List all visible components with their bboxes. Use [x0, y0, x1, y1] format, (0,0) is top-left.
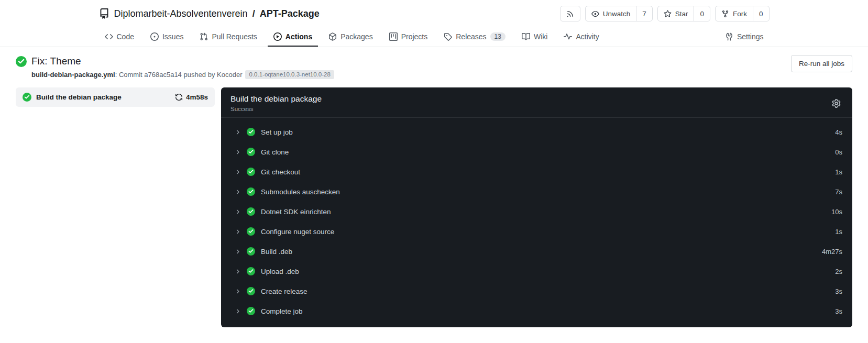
repo-action-buttons: Unwatch 7 Star 0 Fork 0 — [560, 6, 770, 21]
tab-activity-label: Activity — [576, 32, 599, 41]
tab-actions[interactable]: Actions — [268, 27, 318, 47]
chevron-right-icon[interactable] — [234, 149, 241, 156]
step-row[interactable]: Set up job 4s — [221, 122, 852, 142]
repo-tab-bar: Code Issues Pull Requests Actions Packag… — [0, 27, 868, 47]
run-header: Fix: Theme build-debian-package.yml: Com… — [16, 47, 852, 84]
job-name: Build the debian package — [36, 93, 122, 101]
chevron-right-icon[interactable] — [234, 129, 241, 136]
tab-issues[interactable]: Issues — [145, 27, 189, 47]
step-duration: 4m27s — [822, 248, 842, 256]
git-pull-request-icon — [200, 32, 208, 41]
tab-issues-label: Issues — [162, 32, 183, 41]
ref-badge[interactable]: 0.0.1-oqtane10.0.3-net10.0-28 — [245, 70, 334, 80]
forks-count[interactable]: 0 — [753, 6, 769, 21]
rss-icon — [566, 10, 574, 18]
releases-count-badge: 13 — [490, 32, 506, 41]
run-title: Fix: Theme — [31, 55, 334, 68]
rerun-job-icon[interactable] — [175, 93, 183, 101]
step-duration: 7s — [835, 188, 842, 196]
tab-wiki[interactable]: Wiki — [516, 27, 553, 47]
console-gear-icon[interactable] — [830, 97, 843, 110]
tab-code[interactable]: Code — [99, 27, 140, 47]
watchers-count[interactable]: 7 — [636, 6, 652, 21]
code-icon — [105, 32, 113, 41]
tab-releases[interactable]: Releases 13 — [438, 27, 511, 47]
repo-owner-link[interactable]: Diplomarbeit-Absolventenverein — [114, 8, 248, 19]
step-success-check-icon — [247, 307, 255, 315]
fork-label: Fork — [733, 10, 747, 18]
run-subtitle: build-debian-package.yml: Commit a768ac5… — [31, 70, 334, 80]
tab-projects[interactable]: Projects — [383, 27, 434, 47]
job-success-check-icon — [23, 93, 31, 102]
repo-name-link[interactable]: APT-Package — [260, 8, 320, 19]
step-row[interactable]: Submodules auschecken 7s — [221, 182, 852, 202]
step-row[interactable]: Dotnet SDK einrichten 10s — [221, 202, 852, 222]
step-row[interactable]: Configure nuget source 1s — [221, 222, 852, 241]
repo-header: Diplomarbeit-Absolventenverein / APT-Pac… — [0, 0, 868, 27]
tab-packages[interactable]: Packages — [323, 27, 378, 47]
pulse-icon — [564, 32, 572, 41]
step-duration: 10s — [831, 208, 842, 216]
tab-settings-label: Settings — [737, 32, 764, 41]
step-list: Set up job 4s Git clone 0s Git checkou — [221, 118, 852, 327]
chevron-right-icon[interactable] — [234, 268, 241, 275]
step-duration: 1s — [835, 168, 842, 176]
project-icon — [389, 32, 398, 41]
chevron-right-icon[interactable] — [234, 288, 241, 295]
tools-icon — [725, 32, 733, 41]
rss-button[interactable] — [560, 6, 580, 21]
tab-releases-label: Releases — [456, 32, 486, 41]
fork-button-group: Fork 0 — [715, 6, 770, 21]
tab-pull-requests[interactable]: Pull Requests — [194, 27, 262, 47]
job-list-item[interactable]: Build the debian package 4m58s — [16, 87, 215, 107]
issue-opened-icon — [150, 32, 159, 41]
step-duration: 0s — [835, 148, 842, 156]
play-circle-icon — [273, 32, 282, 41]
step-duration: 2s — [835, 268, 842, 275]
run-success-check-icon — [16, 56, 27, 67]
step-row[interactable]: Complete job 3s — [221, 301, 852, 321]
star-label: Star — [675, 10, 688, 18]
workflow-file-link[interactable]: build-debian-package.yml — [31, 71, 115, 79]
step-duration: 1s — [835, 228, 842, 236]
step-row[interactable]: Build .deb 4m27s — [221, 241, 852, 261]
step-success-check-icon — [247, 287, 255, 295]
rerun-all-jobs-button[interactable]: Re-run all jobs — [791, 55, 852, 72]
step-name: Git clone — [261, 148, 289, 156]
tab-packages-label: Packages — [340, 32, 372, 41]
step-duration: 3s — [835, 287, 842, 295]
star-button-group: Star 0 — [657, 6, 710, 21]
step-name: Configure nuget source — [261, 228, 334, 236]
tab-projects-label: Projects — [401, 32, 428, 41]
console-job-title: Build the debian package — [230, 94, 322, 104]
step-name: Build .deb — [261, 248, 292, 256]
step-row[interactable]: Git checkout 1s — [221, 162, 852, 182]
chevron-right-icon[interactable] — [234, 208, 241, 215]
chevron-right-icon[interactable] — [234, 248, 241, 255]
workflow-run-section: Fix: Theme build-debian-package.yml: Com… — [0, 47, 868, 327]
tab-settings[interactable]: Settings — [719, 27, 770, 47]
job-console-panel: Build the debian package Success Set up … — [221, 87, 852, 327]
step-name: Submodules auschecken — [261, 188, 340, 196]
step-row[interactable]: Create release 3s — [221, 281, 852, 301]
tab-activity[interactable]: Activity — [558, 27, 605, 47]
chevron-right-icon[interactable] — [234, 189, 241, 195]
step-row[interactable]: Upload .deb 2s — [221, 261, 852, 281]
console-header: Build the debian package Success — [221, 87, 852, 118]
star-icon — [664, 10, 672, 18]
fork-button[interactable]: Fork — [716, 6, 753, 21]
tab-wiki-label: Wiki — [534, 32, 547, 41]
chevron-right-icon[interactable] — [234, 228, 241, 235]
step-duration: 3s — [835, 307, 842, 315]
step-success-check-icon — [247, 207, 255, 216]
star-button[interactable]: Star — [658, 6, 694, 21]
chevron-right-icon[interactable] — [234, 308, 241, 315]
unwatch-button[interactable]: Unwatch — [586, 6, 636, 21]
stars-count[interactable]: 0 — [694, 6, 710, 21]
chevron-right-icon[interactable] — [234, 169, 241, 175]
tab-pull-requests-label: Pull Requests — [212, 32, 257, 41]
repo-title-separator: / — [252, 8, 255, 19]
job-list: Build the debian package 4m58s — [16, 87, 215, 107]
step-row[interactable]: Git clone 0s — [221, 142, 852, 162]
step-name: Complete job — [261, 307, 303, 315]
